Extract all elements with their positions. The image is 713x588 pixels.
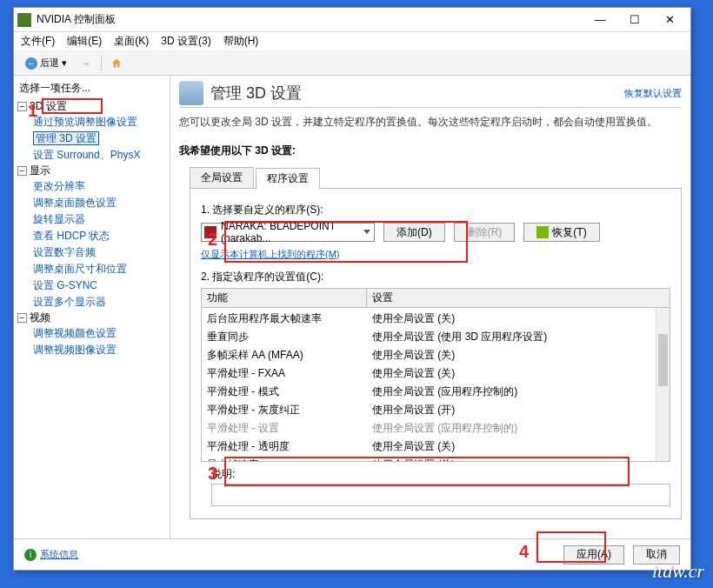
show-only-link[interactable]: 仅显示本计算机上找到的程序(M) (201, 249, 340, 259)
tree-item[interactable]: 查看 HDCP 状态 (33, 228, 166, 244)
menu-edit[interactable]: 编辑(E) (67, 34, 102, 49)
chevron-down-icon (363, 230, 370, 234)
remove-button[interactable]: 删除(R) (454, 223, 516, 242)
tree-item[interactable]: 设置数字音频 (33, 244, 166, 261)
tree-item[interactable]: 调整视频颜色设置 (33, 325, 166, 342)
watermark: itdw.cr (652, 560, 704, 583)
tree-item[interactable]: 旋转显示器 (33, 211, 166, 228)
content-area: 管理 3D 设置 恢复默认设置 您可以更改全局 3D 设置，并建立特定程序的置换… (170, 76, 690, 538)
scrollbar[interactable] (656, 308, 670, 461)
table-row[interactable]: 平滑处理 - 模式使用全局设置 (应用程序控制的) (202, 383, 670, 401)
tree-group[interactable]: −显示 (17, 164, 166, 178)
tree-group[interactable]: −3D 设置 (17, 99, 166, 114)
home-button[interactable] (107, 55, 126, 72)
tab-program[interactable]: 程序设置 (256, 168, 320, 189)
forward-button[interactable]: → (77, 55, 96, 72)
nav-tree: −3D 设置通过预览调整图像设置管理 3D 设置设置 Surround、Phys… (17, 99, 166, 358)
menu-help[interactable]: 帮助(H) (223, 34, 259, 49)
program-icon (204, 226, 217, 238)
page-title: 管理 3D 设置 (210, 83, 624, 104)
desc-label: 说明: (211, 467, 670, 482)
table-row[interactable]: 平滑处理 - 设置使用全局设置 (应用程序控制的) (202, 419, 670, 438)
tree-item[interactable]: 更改分辨率 (33, 178, 166, 195)
restore-defaults-link[interactable]: 恢复默认设置 (624, 87, 682, 100)
tree-item[interactable]: 管理 3D 设置 (33, 130, 166, 147)
tree-item[interactable]: 设置 Surround、PhysX (33, 147, 166, 164)
menu-file[interactable]: 文件(F) (21, 34, 55, 49)
tree-item[interactable]: 设置多个显示器 (33, 294, 166, 311)
section-label: 我希望使用以下 3D 设置: (179, 144, 682, 158)
page-description: 您可以更改全局 3D 设置，并建立特定程序的置换值。每次这些特定程序启动时，都会… (179, 115, 682, 130)
minimize-button[interactable]: — (583, 10, 617, 30)
step1-label: 1. 选择要自定义的程序(S): (201, 203, 670, 217)
close-button[interactable]: ✕ (652, 10, 687, 30)
titlebar[interactable]: NVIDIA 控制面板 — ☐ ✕ (14, 8, 690, 32)
tree-item[interactable]: 调整桌面尺寸和位置 (33, 261, 166, 277)
sysinfo-link[interactable]: 系统信息 (40, 548, 78, 561)
add-button[interactable]: 添加(D) (383, 223, 445, 242)
tree-item[interactable]: 设置 G-SYNC (33, 277, 166, 294)
sysinfo-icon: i (24, 549, 37, 561)
back-arrow-icon: ← (25, 57, 37, 70)
tree-group[interactable]: −视频 (17, 311, 166, 325)
settings-rows[interactable]: 低延时模式使用全局设置 (关)各向异性过滤使用全局设置 (应用程序控制的)后台应… (202, 308, 670, 461)
footer: i 系统信息 应用(A) 取消 (14, 538, 690, 570)
desc-box (211, 484, 670, 506)
settings-table: 功能 设置 低延时模式使用全局设置 (关)各向异性过滤使用全局设置 (应用程序控… (201, 288, 670, 462)
table-row[interactable]: 平滑处理 - 灰度纠正使用全局设置 (开) (202, 401, 670, 419)
step2-label: 2. 指定该程序的设置值(C): (201, 270, 670, 284)
tree-item[interactable]: 通过预览调整图像设置 (33, 114, 166, 130)
table-row[interactable]: 平滑处理 - FXAA使用全局设置 (关) (202, 364, 670, 383)
tree-item[interactable]: 调整视频图像设置 (33, 342, 166, 358)
apply-button[interactable]: 应用(A) (563, 545, 624, 565)
menu-desktop[interactable]: 桌面(K) (114, 34, 149, 49)
sidebar: 选择一项任务... −3D 设置通过预览调整图像设置管理 3D 设置设置 Sur… (14, 76, 170, 538)
menubar: 文件(F) 编辑(E) 桌面(K) 3D 设置(3) 帮助(H) (14, 32, 690, 51)
menu-3d[interactable]: 3D 设置(3) (161, 34, 210, 49)
restore-program-button[interactable]: 恢复(T) (523, 223, 599, 242)
back-caret-icon: ▾ (62, 57, 67, 69)
nvidia-icon (17, 13, 31, 27)
table-row[interactable]: 后台应用程序最大帧速率使用全局设置 (关) (202, 310, 670, 328)
tabbar: 全局设置 程序设置 (190, 167, 682, 189)
table-row[interactable]: 最大帧速率使用全局设置 (关) (202, 456, 670, 461)
program-dropdown[interactable]: NARAKA: BLADEPOINT (narakab... (201, 223, 375, 242)
table-row[interactable]: 多帧采样 AA (MFAA)使用全局设置 (关) (202, 346, 670, 364)
home-icon (110, 57, 123, 70)
toolbar: ← 后退 ▾ → (14, 51, 690, 76)
window-title: NVIDIA 控制面板 (37, 12, 583, 27)
table-row[interactable]: 平滑处理 - 透明度使用全局设置 (关) (202, 438, 670, 456)
nvidia-control-panel-window: NVIDIA 控制面板 — ☐ ✕ 文件(F) 编辑(E) 桌面(K) 3D 设… (13, 7, 691, 571)
maximize-button[interactable]: ☐ (617, 10, 652, 30)
header-icon (179, 81, 203, 105)
col-feature[interactable]: 功能 (202, 289, 367, 307)
tree-item[interactable]: 调整桌面颜色设置 (33, 195, 166, 211)
back-button[interactable]: ← 后退 ▾ (21, 55, 71, 72)
tab-global[interactable]: 全局设置 (190, 167, 254, 188)
col-setting[interactable]: 设置 (367, 289, 670, 307)
program-panel: 1. 选择要自定义的程序(S): NARAKA: BLADEPOINT (nar… (190, 189, 682, 519)
table-row[interactable]: 垂直同步使用全局设置 (使用 3D 应用程序设置) (202, 328, 670, 346)
task-label: 选择一项任务... (19, 81, 166, 96)
scrollbar-thumb[interactable] (658, 334, 668, 386)
nvidia-badge-icon (536, 226, 549, 238)
